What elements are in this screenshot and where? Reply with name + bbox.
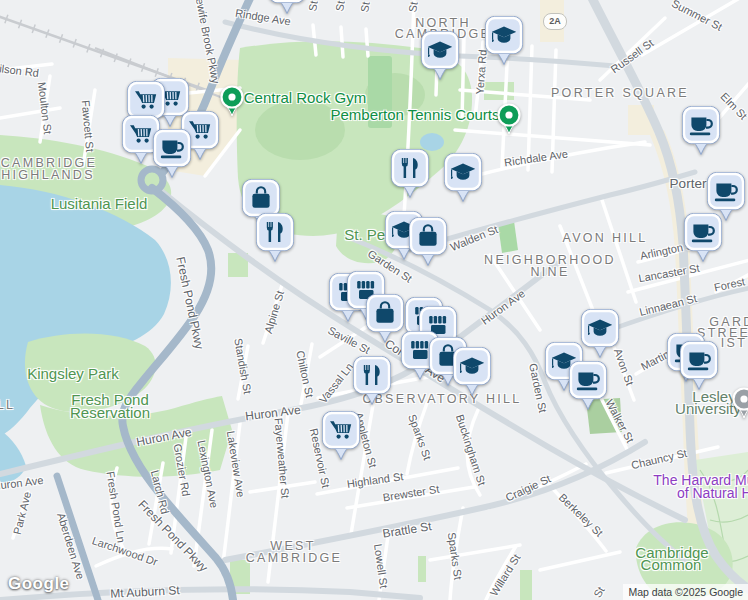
map-viewport[interactable]: Rindge AveWilson RdMoulton StFawcett StA… (0, 0, 748, 600)
grad-icon (418, 30, 462, 82)
route-badge-2a: 2A (543, 13, 567, 30)
marker-grad[interactable] (418, 30, 462, 82)
marker-bag[interactable] (406, 216, 450, 268)
marker-cart[interactable] (319, 410, 363, 462)
marker-restaurant[interactable] (388, 148, 432, 200)
restaurant-icon (388, 148, 432, 200)
poi-dot-icon (218, 83, 246, 119)
poi-dot-icon (730, 385, 748, 421)
poi-dot-icon (495, 101, 523, 137)
marker-coffee[interactable] (150, 128, 194, 180)
marker-grad[interactable] (441, 152, 485, 204)
marker-partial[interactable] (265, 0, 309, 16)
marker-restaurant[interactable] (253, 212, 297, 264)
marker-grad[interactable] (450, 346, 494, 398)
coffee-icon (566, 360, 610, 412)
bag-icon (406, 216, 450, 268)
poi-central-rock-gym[interactable] (218, 83, 246, 119)
grad-icon (482, 15, 526, 67)
marker-coffee[interactable] (677, 340, 721, 392)
partial-icon (265, 0, 309, 16)
marker-grad[interactable] (482, 15, 526, 67)
coffee-icon (679, 105, 723, 157)
grad-icon (450, 346, 494, 398)
restaurant-icon (350, 355, 394, 407)
marker-coffee[interactable] (679, 105, 723, 157)
poi-lesley-university[interactable] (730, 385, 748, 421)
restaurant-icon (253, 212, 297, 264)
marker-restaurant[interactable] (350, 355, 394, 407)
map-attribution: Map data ©2025 Google (623, 584, 748, 600)
coffee-icon (677, 340, 721, 392)
grad-icon (441, 152, 485, 204)
marker-coffee[interactable] (681, 212, 725, 264)
poi-pemberton-tennis-courts[interactable] (495, 101, 523, 137)
marker-coffee[interactable] (566, 360, 610, 412)
coffee-icon (150, 128, 194, 180)
google-logo[interactable]: Google (8, 574, 70, 594)
cart-icon (319, 410, 363, 462)
coffee-icon (681, 212, 725, 264)
